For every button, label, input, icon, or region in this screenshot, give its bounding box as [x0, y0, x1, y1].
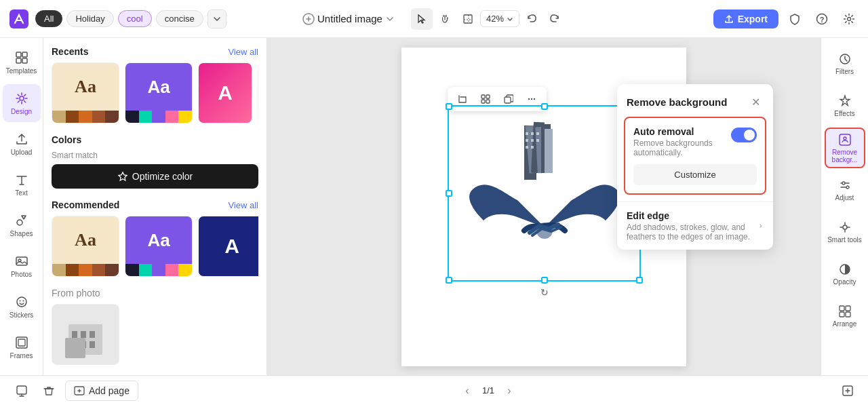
- logo-icon[interactable]: [8, 8, 30, 30]
- topbar: All Holiday cool concise Untitled image: [0, 0, 868, 38]
- recommended-card-1[interactable]: Aa: [52, 216, 119, 277]
- rs-arrange[interactable]: Arrange: [825, 296, 865, 336]
- svg-point-53: [842, 182, 845, 185]
- filter-tags: All Holiday cool concise: [35, 9, 226, 28]
- smart-match-label: Smart match: [52, 151, 258, 160]
- page-info: 1/1: [482, 385, 494, 396]
- svg-rect-59: [840, 312, 844, 317]
- prev-page-btn[interactable]: ‹: [458, 381, 477, 400]
- svg-rect-58: [846, 306, 850, 311]
- export-button[interactable]: Export: [713, 9, 778, 28]
- recent-card-1[interactable]: Aa: [52, 62, 119, 123]
- svg-rect-12: [16, 257, 27, 265]
- colors-title: Colors: [52, 134, 81, 145]
- svg-rect-61: [17, 386, 26, 394]
- rs-smart-tools[interactable]: Smart tools: [825, 212, 865, 252]
- settings-icon[interactable]: [838, 8, 860, 30]
- expand-btn[interactable]: [838, 381, 857, 400]
- next-page-btn[interactable]: ›: [500, 381, 519, 400]
- filter-dropdown[interactable]: [208, 9, 226, 28]
- filter-cool[interactable]: cool: [118, 10, 152, 27]
- svg-rect-2: [464, 15, 472, 23]
- svg-point-54: [846, 186, 849, 189]
- sidebar-item-photos[interactable]: Photos: [3, 247, 41, 285]
- rs-filters[interactable]: Filters: [825, 43, 865, 84]
- left-sidebar: Templates Design Upload Text Shapes Phot…: [0, 38, 43, 375]
- bottom-bar: Add page ‹ 1/1 ›: [0, 375, 868, 405]
- customize-button[interactable]: Customize: [633, 164, 757, 185]
- present-btn[interactable]: [11, 380, 33, 402]
- optimize-color-btn[interactable]: Optimize color: [52, 164, 258, 189]
- recents-grid: Aa Aa: [52, 62, 258, 123]
- svg-point-32: [528, 98, 530, 99]
- recents-view-all[interactable]: View all: [228, 47, 258, 57]
- rb-title: Remove background: [627, 96, 727, 108]
- recommended-section: Recommended View all Aa Aa: [52, 199, 258, 277]
- recommended-card-3[interactable]: A: [198, 216, 258, 277]
- rotate-handle[interactable]: ↻: [538, 286, 551, 299]
- sidebar-item-stickers[interactable]: Stickers: [3, 288, 41, 326]
- zoom-control[interactable]: 42%: [480, 10, 519, 27]
- recent-card-3[interactable]: A: [198, 62, 252, 123]
- recommended-grid: Aa Aa: [52, 216, 258, 277]
- add-page-btn[interactable]: Add page: [65, 381, 138, 401]
- svg-rect-27: [481, 95, 485, 98]
- help-icon[interactable]: ?: [811, 8, 833, 30]
- rs-opacity[interactable]: Opacity: [825, 254, 865, 294]
- grid-tool-btn[interactable]: [476, 90, 495, 109]
- rs-effects[interactable]: Effects: [825, 85, 865, 126]
- more-tool-btn[interactable]: [522, 90, 541, 109]
- resize-tool[interactable]: [457, 8, 479, 30]
- photo-preview[interactable]: [52, 304, 119, 365]
- svg-rect-46: [531, 146, 534, 149]
- filter-all[interactable]: All: [35, 10, 62, 27]
- sidebar-item-text[interactable]: Text: [3, 166, 41, 204]
- doc-title[interactable]: Untitled image: [302, 13, 395, 25]
- recents-section: Recents View all Aa Aa: [52, 46, 258, 123]
- svg-rect-60: [846, 312, 850, 317]
- from-photo-title: From photo: [52, 288, 258, 298]
- filter-holiday[interactable]: Holiday: [66, 10, 113, 27]
- hand-tool[interactable]: [434, 8, 456, 30]
- redo-btn[interactable]: [544, 8, 566, 30]
- auto-removal-section: Auto removal Remove backgrounds automati…: [624, 117, 766, 195]
- canvas-area[interactable]: Page 1: [267, 38, 821, 375]
- edit-edge-section[interactable]: Edit edge Add shadows, strokes, glow, an…: [617, 201, 773, 250]
- delete-btn[interactable]: [38, 380, 60, 402]
- auto-removal-title: Auto removal: [633, 126, 731, 137]
- main-layout: Templates Design Upload Text Shapes Phot…: [0, 38, 868, 375]
- sidebar-item-shapes[interactable]: Shapes: [3, 206, 41, 244]
- rs-remove-bg[interactable]: Remove backgr...: [825, 128, 865, 168]
- recent-card-2[interactable]: Aa: [125, 62, 193, 123]
- edit-edge-desc: Add shadows, strokes, glow, and feathers…: [627, 223, 758, 242]
- svg-rect-45: [531, 139, 534, 142]
- rs-adjust[interactable]: Adjust: [825, 170, 865, 210]
- edit-edge-title: Edit edge: [627, 210, 758, 221]
- chevron-right-icon: [758, 221, 764, 231]
- svg-rect-41: [526, 132, 528, 135]
- recents-more-btn[interactable]: ›: [258, 62, 258, 123]
- toolbar-tools: 42%: [411, 8, 566, 30]
- sidebar-item-upload[interactable]: Upload: [3, 125, 41, 163]
- copy-tool-btn[interactable]: [499, 90, 518, 109]
- sidebar-item-templates[interactable]: Templates: [3, 43, 41, 81]
- svg-rect-47: [536, 132, 539, 135]
- svg-rect-40: [545, 129, 553, 173]
- filter-concise[interactable]: concise: [156, 10, 203, 27]
- svg-point-11: [17, 220, 22, 225]
- auto-removal-toggle[interactable]: [731, 128, 757, 142]
- from-photo-section: From photo: [52, 288, 258, 365]
- logo-image: [450, 107, 639, 279]
- sidebar-item-frames[interactable]: Frames: [3, 328, 41, 366]
- recommended-view-all[interactable]: View all: [228, 200, 258, 210]
- crop-tool-btn[interactable]: [453, 90, 472, 109]
- svg-point-15: [19, 300, 20, 301]
- select-tool[interactable]: [411, 8, 433, 30]
- recommended-card-2[interactable]: Aa: [125, 216, 193, 277]
- undo-btn[interactable]: [521, 8, 542, 30]
- rb-close-btn[interactable]: ✕: [747, 94, 764, 110]
- svg-rect-43: [526, 146, 528, 149]
- shield-icon[interactable]: [784, 8, 806, 30]
- sidebar-item-design[interactable]: Design: [3, 84, 41, 122]
- svg-rect-31: [505, 97, 511, 103]
